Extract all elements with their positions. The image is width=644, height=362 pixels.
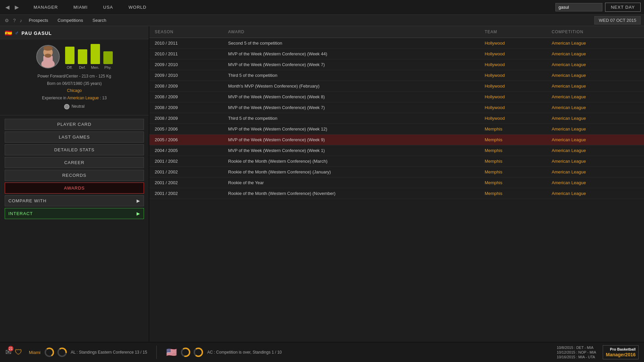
help-icon[interactable]: ?: [12, 16, 17, 24]
cell-competition-11[interactable]: American League: [546, 156, 644, 167]
awards-row-10: 2004 / 2005 MVP of the Week (Western Con…: [149, 145, 644, 156]
game-2: 10/12/2015 : NOP - MIA: [557, 350, 596, 354]
nav-manager[interactable]: MANAGER: [31, 3, 61, 11]
awards-row-14: 2001 / 2002 Rookie of the Month (Western…: [149, 188, 644, 199]
cell-award-1: MVP of the Week (Western Conference) (We…: [223, 49, 479, 59]
al-standings: AL : Standings Eastern Conference 13 / 1…: [71, 350, 147, 355]
awards-panel: SEASON AWARD TEAM COMPETITION 2010 / 201…: [149, 26, 644, 342]
cell-team-9[interactable]: Memphis: [479, 135, 546, 145]
cell-team-14[interactable]: Memphis: [479, 188, 546, 199]
usa-progress-circles: [180, 347, 204, 358]
stat-def-label: Def.: [79, 65, 86, 69]
cell-team-6[interactable]: Hollywood: [479, 102, 546, 113]
cell-competition-14[interactable]: American League: [546, 188, 644, 199]
cell-season-11: 2001 / 2002: [149, 156, 223, 167]
mail-button[interactable]: ✉ 21: [5, 348, 11, 357]
cell-competition-4[interactable]: American League: [546, 81, 644, 92]
compare-arrow-icon: ▶: [137, 198, 140, 203]
last-games-button[interactable]: LAST GAMES: [5, 132, 144, 143]
career-button[interactable]: CAREER: [5, 157, 144, 168]
main-content: ★ 🇪🇸 ♂ PAU GASUL: [0, 26, 644, 342]
next-day-button[interactable]: NEXT DAY: [605, 3, 641, 12]
cell-competition-12[interactable]: American League: [546, 167, 644, 177]
settings-icon[interactable]: ⚙: [3, 16, 10, 24]
cell-team-3[interactable]: Hollywood: [479, 70, 546, 81]
back-arrow[interactable]: ◀: [3, 3, 11, 11]
stat-phy: Phy.: [103, 51, 113, 69]
cell-competition-7[interactable]: American League: [546, 113, 644, 124]
game-1: 10/8/2015 : DET - MIA: [557, 346, 596, 350]
compare-with-button[interactable]: COMPARE WITH ▶: [5, 195, 144, 206]
awards-row-4: 2008 / 2009 Month's MVP (Western Confere…: [149, 81, 644, 92]
mood-label: Neutral: [71, 103, 85, 110]
mood-badge: Neutral: [38, 103, 111, 110]
detailed-stats-button[interactable]: DETAILED STATS: [5, 144, 144, 155]
awards-row-13: 2001 / 2002 Rookie of the Year Memphis A…: [149, 177, 644, 188]
shield-icon[interactable]: 🛡: [15, 348, 22, 357]
cell-competition-6[interactable]: American League: [546, 102, 644, 113]
awards-row-6: 2008 / 2009 MVP of the Week (Western Con…: [149, 102, 644, 113]
col-award: AWARD: [223, 26, 479, 38]
nav-prospects[interactable]: Prospects: [25, 16, 52, 24]
cell-team-2[interactable]: Hollywood: [479, 59, 546, 70]
interact-arrow-icon: ▶: [137, 211, 140, 216]
cell-award-12: Rookie of the Month (Western Conference)…: [223, 167, 479, 177]
music-icon[interactable]: ♪: [18, 16, 23, 24]
cell-team-13[interactable]: Memphis: [479, 177, 546, 188]
mail-count-badge: 21: [8, 346, 13, 351]
cell-competition-13[interactable]: American League: [546, 177, 644, 188]
cell-competition-5[interactable]: American League: [546, 92, 644, 102]
recent-games: 10/8/2015 : DET - MIA 10/12/2015 : NOP -…: [557, 346, 596, 359]
cell-team-12[interactable]: Memphis: [479, 167, 546, 177]
cell-competition-10[interactable]: American League: [546, 145, 644, 156]
player-avatar: [36, 45, 60, 68]
forward-arrow[interactable]: ▶: [13, 3, 21, 11]
awards-row-8: 2005 / 2006 MVP of the Week (Western Con…: [149, 124, 644, 135]
awards-button[interactable]: AWARDS: [5, 183, 144, 194]
cell-award-3: Third 5 of the competition: [223, 70, 479, 81]
awards-row-11: 2001 / 2002 Rookie of the Month (Western…: [149, 156, 644, 167]
stat-off: Off.: [65, 47, 75, 69]
cell-team-7[interactable]: Hollywood: [479, 113, 546, 124]
divider-1: [156, 346, 157, 359]
player-card-button[interactable]: PLAYER CARD: [5, 119, 144, 130]
cell-team-4[interactable]: Hollywood: [479, 81, 546, 92]
cell-team-11[interactable]: Memphis: [479, 156, 546, 167]
awards-row-9: 2005 / 2006 MVP of the Week (Western Con…: [149, 135, 644, 145]
nav-usa[interactable]: USA: [100, 3, 116, 11]
cell-award-14: Rookie of the Month (Western Conference)…: [223, 188, 479, 199]
interact-button[interactable]: INTERACT ▶: [5, 208, 144, 219]
cell-competition-3[interactable]: American League: [546, 70, 644, 81]
player-city[interactable]: Chicago: [38, 87, 111, 95]
nav-competitions[interactable]: Competitions: [54, 16, 87, 24]
cell-team-10[interactable]: Memphis: [479, 145, 546, 156]
nav-world[interactable]: WORLD: [126, 3, 149, 11]
miami-section: Miami AL : Standings Eastern Conference …: [29, 347, 147, 358]
cell-competition-2[interactable]: American League: [546, 59, 644, 70]
awards-row-12: 2001 / 2002 Rookie of the Month (Western…: [149, 167, 644, 177]
awards-row-1: 2010 / 2011 MVP of the Week (Western Con…: [149, 49, 644, 59]
cell-team-0[interactable]: Hollywood: [479, 38, 546, 49]
cell-team-8[interactable]: Memphis: [479, 124, 546, 135]
nav-miami[interactable]: MIAMI: [71, 3, 91, 11]
cell-competition-8[interactable]: American League: [546, 124, 644, 135]
cell-award-5: MVP of the Week (Western Conference) (We…: [223, 92, 479, 102]
player-name: PAU GASUL: [21, 31, 52, 36]
cell-competition-0[interactable]: American League: [546, 38, 644, 49]
cell-season-9: 2005 / 2006: [149, 135, 223, 145]
awards-table: SEASON AWARD TEAM COMPETITION 2010 / 201…: [149, 26, 644, 199]
cell-season-7: 2008 / 2009: [149, 113, 223, 124]
cell-competition-1[interactable]: American League: [546, 49, 644, 59]
records-button[interactable]: RECORDS: [5, 170, 144, 181]
cell-team-5[interactable]: Hollywood: [479, 92, 546, 102]
miami-progress-circles: [44, 347, 67, 358]
cell-competition-9[interactable]: American League: [546, 135, 644, 145]
cell-award-4: Month's MVP (Western Conference) (Februa…: [223, 81, 479, 92]
nav-search[interactable]: Search: [88, 16, 110, 24]
search-input[interactable]: [555, 3, 602, 11]
awards-table-header: SEASON AWARD TEAM COMPETITION: [149, 26, 644, 38]
cell-team-1[interactable]: Hollywood: [479, 49, 546, 59]
col-season: SEASON: [149, 26, 223, 38]
cell-season-1: 2010 / 2011: [149, 49, 223, 59]
nav-arrows: ◀ ▶: [3, 3, 21, 11]
